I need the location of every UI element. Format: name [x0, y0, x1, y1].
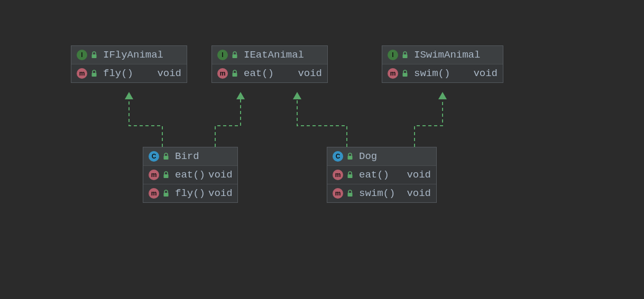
svg-rect-9	[403, 73, 408, 77]
lock-icon	[162, 190, 170, 197]
box-header: I IFlyAnimal	[71, 46, 187, 64]
lock-icon	[346, 153, 354, 160]
svg-rect-14	[348, 174, 353, 178]
return-type: void	[205, 188, 233, 199]
return-type: void	[205, 169, 233, 181]
member-signature: fly()	[175, 188, 205, 199]
class-icon: C	[333, 151, 343, 162]
member-signature: eat()	[244, 68, 295, 79]
svg-rect-11	[164, 174, 169, 178]
member-row[interactable]: m fly() void	[143, 184, 237, 202]
method-icon: m	[217, 68, 228, 79]
svg-rect-4	[92, 54, 97, 58]
interface-icon: I	[388, 50, 398, 60]
type-name: Dog	[359, 151, 431, 162]
interface-icon: I	[77, 50, 87, 60]
return-type: void	[470, 68, 498, 79]
svg-marker-1	[236, 92, 245, 99]
svg-marker-2	[293, 92, 301, 99]
box-header: C Dog	[327, 147, 436, 166]
member-row[interactable]: m eat() void	[327, 166, 436, 184]
relation-connectors	[0, 0, 644, 299]
lock-icon	[90, 51, 98, 59]
method-icon: m	[333, 170, 343, 180]
member-signature: eat()	[359, 169, 403, 181]
lock-icon	[162, 153, 170, 160]
member-row[interactable]: m fly() void	[71, 64, 187, 82]
member-row[interactable]: m swim() void	[382, 64, 503, 82]
method-icon: m	[388, 68, 398, 79]
method-icon: m	[149, 170, 159, 180]
svg-rect-5	[92, 73, 97, 77]
method-icon: m	[149, 188, 159, 199]
return-type: void	[295, 68, 322, 79]
lock-icon	[231, 70, 238, 77]
box-header: I ISwimAnimal	[382, 46, 503, 64]
interface-box-iswimanimal[interactable]: I ISwimAnimal m swim() void	[382, 45, 503, 83]
svg-rect-10	[164, 156, 169, 160]
member-row[interactable]: m eat() void	[212, 64, 327, 82]
lock-icon	[401, 70, 409, 77]
lock-icon	[90, 70, 98, 77]
return-type: void	[154, 68, 181, 79]
svg-rect-13	[348, 156, 353, 160]
box-header: I IEatAnimal	[212, 46, 327, 64]
method-icon: m	[333, 188, 343, 199]
member-signature: eat()	[175, 169, 205, 181]
box-header: C Bird	[143, 147, 237, 166]
type-name: IFlyAnimal	[103, 49, 181, 61]
member-signature: fly()	[103, 68, 154, 79]
class-box-bird[interactable]: C Bird m eat() void m fly() void	[143, 147, 238, 203]
lock-icon	[162, 171, 170, 179]
type-name: Bird	[175, 151, 232, 162]
lock-icon	[346, 171, 354, 179]
svg-marker-0	[125, 92, 133, 99]
type-name: ISwimAnimal	[414, 49, 498, 61]
lock-icon	[231, 51, 238, 59]
svg-rect-15	[348, 193, 353, 197]
class-icon: C	[149, 151, 159, 162]
interface-icon: I	[217, 50, 228, 60]
member-signature: swim()	[414, 68, 470, 79]
method-icon: m	[77, 68, 87, 79]
lock-icon	[346, 190, 354, 197]
member-row[interactable]: m swim() void	[327, 184, 436, 202]
class-box-dog[interactable]: C Dog m eat() void m swim() void	[327, 147, 437, 203]
return-type: void	[403, 169, 431, 181]
interface-box-iflyanimal[interactable]: I IFlyAnimal m fly() void	[71, 45, 187, 83]
svg-marker-3	[438, 92, 447, 99]
svg-rect-8	[403, 54, 408, 58]
svg-rect-12	[164, 193, 169, 197]
type-name: IEatAnimal	[244, 49, 322, 61]
member-signature: swim()	[359, 188, 403, 199]
lock-icon	[401, 51, 409, 59]
member-row[interactable]: m eat() void	[143, 166, 237, 184]
svg-rect-7	[233, 73, 237, 77]
return-type: void	[403, 188, 431, 199]
svg-rect-6	[233, 54, 237, 58]
interface-box-ieatanimal[interactable]: I IEatAnimal m eat() void	[211, 45, 328, 83]
